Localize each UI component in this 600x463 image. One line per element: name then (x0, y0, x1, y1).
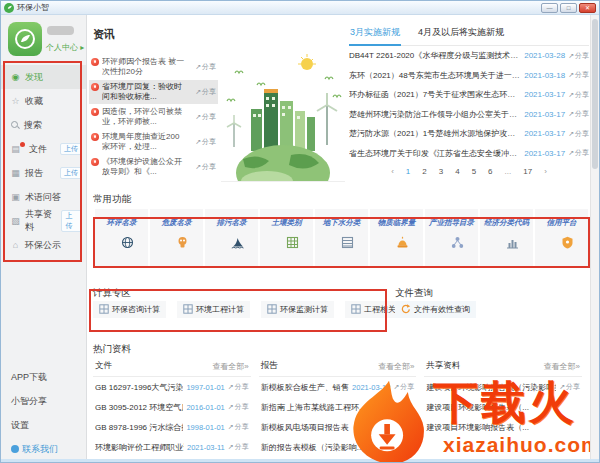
share-link[interactable]: ↗分享 (195, 87, 216, 97)
file-validity-query-button[interactable]: 文件有效性查询 (395, 301, 476, 318)
sidebar-item-shared-materials[interactable]: ▧ 共享资料 上传 (1, 209, 86, 233)
page-next[interactable]: › (544, 167, 547, 176)
function-tile-industry-catalog[interactable]: 产业指导目录 (425, 209, 478, 267)
upload-button[interactable]: 上传 (60, 143, 82, 155)
hot-report-row[interactable]: 新的报告表模板（污染影响... (259, 437, 417, 457)
share-link[interactable]: ↗分享 (568, 129, 589, 139)
share-link[interactable]: ↗分享 (195, 112, 216, 122)
scrollbar[interactable] (590, 15, 599, 462)
page-number[interactable]: 2 (422, 167, 426, 176)
regulation-row[interactable]: 楚污防水源（2021）1号楚雄州水源地保护攻坚战专项... 2021-03-17… (349, 124, 589, 144)
function-tile-critical-quantity[interactable]: 物质临界量 (370, 209, 423, 267)
hot-file-row[interactable]: GB 3095-2012 环境空气质... 2016-01-01 ↗分享 (93, 397, 251, 417)
titlebar: 环保小智 — □ ✕ (1, 1, 599, 15)
sidebar-item-search[interactable]: 搜索 (1, 113, 86, 137)
page-number[interactable]: 3 (439, 167, 443, 176)
function-tile-economic-codes[interactable]: 经济分类代码 (480, 209, 533, 267)
hot-report-row[interactable]: 新指南 上海市某线路工程环... (259, 397, 417, 417)
sidebar-item-label: 共享资料 (25, 208, 57, 234)
news-item[interactable]: 《环境保护设施公众开放导则》和《... ↗分享 (89, 155, 218, 179)
regulation-row[interactable]: DB44T 2261-2020《水华程度分级与监测技术规程》 2021-03-2… (349, 46, 589, 66)
page-number[interactable]: 17 (523, 167, 532, 176)
calc-env-consult-button[interactable]: 环保咨询计算 (93, 301, 166, 318)
sidebar-item-label: 收藏 (25, 95, 43, 108)
hot-file-row[interactable]: 环境影响评价工程师职业资... 2021-03-11 ↗分享 (93, 437, 251, 457)
scrollbar-thumb[interactable] (592, 19, 598, 169)
page-prev[interactable]: ‹ (391, 167, 394, 176)
view-all-link[interactable]: 查看全部» (378, 361, 414, 372)
hot-file-row[interactable]: GB 3838-2002 地表水环境... 2002-06-01 ↗分享 (93, 457, 251, 462)
tab-march-rules[interactable]: 3月实施新规 (349, 23, 401, 46)
sidebar-item-terminology-qa[interactable]: ▣ 术语问答 (1, 185, 86, 209)
share-icon: ↗ (195, 138, 201, 145)
personal-center-link[interactable]: 个人中心 ▸ (46, 42, 84, 53)
share-link[interactable]: ↗分享 (195, 162, 216, 172)
share-link[interactable]: ↗分享 (568, 90, 589, 100)
page-number[interactable]: 5 (472, 167, 476, 176)
share-link[interactable]: ↗分享 (195, 62, 216, 72)
soil-grid-icon (286, 235, 299, 253)
sidebar-item-label: 报告 (25, 167, 43, 180)
page-number[interactable]: 6 (488, 167, 492, 176)
page-number[interactable]: 4 (455, 167, 459, 176)
regulation-row[interactable]: 环办标征函（2021）7号关于征求国家生态环境标准《... 2021-03-17… (349, 85, 589, 105)
sidebar-item-env-publicity[interactable]: ⌂ 环保公示 (1, 233, 86, 257)
close-button[interactable]: ✕ (579, 3, 596, 13)
maximize-button[interactable]: □ (560, 3, 577, 13)
nodes-icon (451, 235, 464, 253)
regulation-row[interactable]: 楚雄州环境污染防治工作领导小组办公室关于印发生态... 2021-03-17 ↗… (349, 105, 589, 125)
share-link[interactable]: ↗分享 (228, 382, 249, 392)
function-tile-eia-list[interactable]: 环评名录 (95, 209, 148, 267)
calc-env-monitoring-button[interactable]: 环保监测计算 (261, 301, 334, 318)
hot-file-row[interactable]: GB 16297-1996大气污染物... 1997-01-01 ↗分享 (93, 377, 251, 397)
share-link[interactable]: ↗分享 (568, 51, 589, 61)
sidebar-item-favorites[interactable]: ☆ 收藏 (1, 89, 86, 113)
page-number[interactable]: 1 (406, 167, 410, 176)
function-tile-groundwater-class[interactable]: 地下水分类 (315, 209, 368, 267)
app-download-link[interactable]: APP下载 (11, 365, 86, 389)
calc-env-engineering-button[interactable]: 环境工程计算 (177, 301, 250, 318)
sidebar-item-files[interactable]: ▤ 文件 上传 (1, 137, 86, 161)
share-link[interactable]: ↗分享 (228, 402, 249, 412)
sidebar-item-label: 搜索 (24, 119, 42, 132)
view-all-link[interactable]: 查看全部» (544, 361, 580, 372)
contact-us-link[interactable]: 联系我们 (11, 437, 86, 461)
avatar[interactable] (8, 22, 42, 56)
share-link[interactable]: ↗分享 (195, 137, 216, 147)
share-link[interactable]: ↗分享 (228, 442, 249, 452)
hot-report-row[interactable]: 新模板胶合板生产、销售项... 2021-03-12 ↗分享 (259, 377, 417, 397)
sidebar-item-discover[interactable]: ◉ 发现 (1, 65, 86, 89)
news-item-selected[interactable]: 省环境厅回复：验收时间和验收标准... ↗分享 (89, 80, 218, 104)
upload-button[interactable]: 上传 (61, 210, 82, 232)
function-tile-soil-category[interactable]: 土壤类别 (260, 209, 313, 267)
hot-report-row[interactable]: 新模板风电场项目报告表（... (259, 417, 417, 437)
news-item[interactable]: 因造假，环评公司被禁业，环评师被... ↗分享 (89, 105, 218, 129)
news-item[interactable]: 环境局年度抽查近200家环评，处理... ↗分享 (89, 130, 218, 154)
regulation-row[interactable]: 省生态环境厅关于印发《江苏省生态安全缓冲区建设管... 2021-03-17 ↗… (349, 144, 589, 164)
function-tile-pollution-list[interactable]: 排污名录 (205, 209, 258, 267)
share-link[interactable]: ↗分享 (568, 148, 589, 158)
upload-button[interactable]: 上传 (60, 167, 82, 179)
hot-report-row[interactable]: 突发环境事件典型案例选编... (259, 457, 417, 462)
share-app-link[interactable]: 小智分享 (11, 389, 86, 413)
hot-shared-row[interactable]: 建设项目环境影响报告表（... (424, 397, 582, 417)
function-tile-credit-platform[interactable]: 信用平台 (535, 209, 588, 267)
share-link[interactable]: ↗分享 (228, 422, 249, 432)
news-item[interactable]: 环评师因个报告表 被一次性扣20分 ↗分享 (89, 55, 218, 79)
share-link[interactable]: ↗分享 (568, 70, 589, 80)
hot-file-row[interactable]: GB 8978-1996 污水综合排... 1998-01-01 ↗分享 (93, 417, 251, 437)
hot-shared-row[interactable]: 建设项目环境影响报告表（... (424, 417, 582, 437)
settings-link[interactable]: 设置 (11, 413, 86, 437)
sidebar-item-label: 术语问答 (25, 191, 61, 204)
minimize-button[interactable]: — (541, 3, 558, 13)
tab-april-rules[interactable]: 4月及以后将实施新规 (417, 23, 505, 45)
sidebar-item-reports[interactable]: ▦ 报告 上传 (1, 161, 86, 185)
share-link[interactable]: ↗分享 (393, 382, 414, 392)
share-link[interactable]: ↗分享 (559, 382, 580, 392)
regulation-date: 2021-03-18 (524, 71, 565, 80)
regulation-row[interactable]: 东环（2021）48号东莞市生态环境局关于进一步细化工... 2021-03-1… (349, 66, 589, 86)
function-tile-hazwaste-list[interactable]: 危废名录 (150, 209, 203, 267)
share-link[interactable]: ↗分享 (568, 109, 589, 119)
view-all-link[interactable]: 查看全部» (212, 361, 248, 372)
hot-shared-row[interactable]: 建设项目环境影响报告表（污染影响类）... ↗分享 (424, 377, 582, 397)
